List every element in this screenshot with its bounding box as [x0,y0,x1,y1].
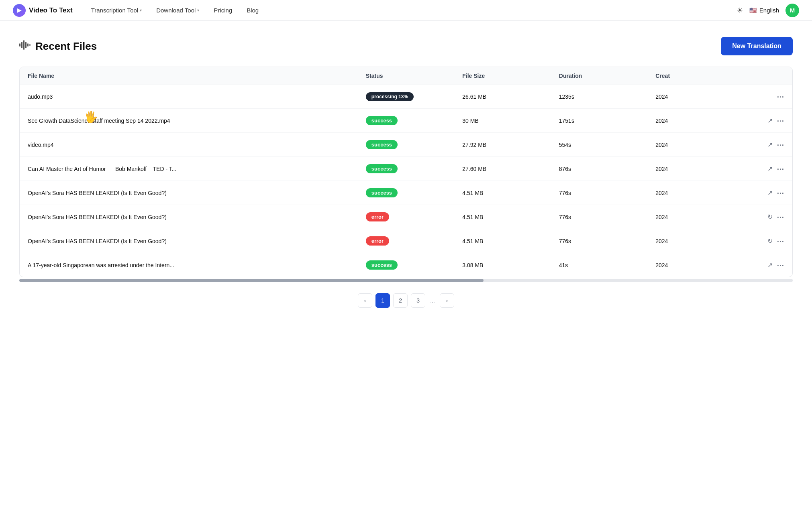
cell-created: 2024 [647,205,728,229]
user-avatar[interactable]: M [785,4,799,17]
col-header-filesize: File Size [454,67,551,85]
cell-created: 2024 [647,109,728,133]
pagination-page-1[interactable]: 1 [375,293,390,308]
cell-filename: video.mp4 [20,133,358,157]
more-options-icon[interactable]: ⋯ [777,189,784,197]
new-translation-button[interactable]: New Translation [721,37,793,55]
status-badge: success [366,116,398,125]
cell-actions: ↻⋯ [728,229,792,253]
cell-filesize: 27.92 MB [454,133,551,157]
open-icon[interactable]: ↗ [767,117,773,124]
cell-filename: OpenAI's Sora HAS BEEN LEAKED! (Is It Ev… [20,181,358,205]
status-badge: error [366,236,389,246]
more-options-icon[interactable]: ⋯ [777,92,784,101]
language-selector[interactable]: 🇺🇸 English [749,7,779,14]
status-badge: error [366,212,389,221]
open-icon[interactable]: ↗ [767,165,773,173]
cell-duration: 876s [551,157,648,181]
table-row: OpenAI's Sora HAS BEEN LEAKED! (Is It Ev… [20,181,792,205]
nav-blog[interactable]: Blog [241,0,264,21]
app-logo[interactable]: ▶ Video To Text [13,4,73,17]
cell-filesize: 3.08 MB [454,253,551,277]
flag-icon: 🇺🇸 [749,7,757,14]
table-row: video.mp4 success 27.92 MB 554s 2024 ↗⋯ [20,133,792,157]
col-header-duration: Duration [551,67,648,85]
open-icon[interactable]: ↗ [767,189,773,197]
cell-actions: ↗⋯ [728,133,792,157]
cell-filesize: 26.61 MB [454,85,551,109]
table-row: OpenAI's Sora HAS BEEN LEAKED! (Is It Ev… [20,205,792,229]
retry-icon[interactable]: ↻ [767,213,773,221]
status-badge: processing 13% [366,92,414,101]
cell-actions: ↗⋯ [728,253,792,277]
chevron-down-icon: ▾ [140,8,142,12]
cell-created: 2024 [647,133,728,157]
table-row: 🖐Sec Growth DataScience staff meeting Se… [20,109,792,133]
cell-duration: 554s [551,133,648,157]
more-options-icon[interactable]: ⋯ [777,164,784,173]
cell-created: 2024 [647,157,728,181]
svg-rect-2 [23,40,24,50]
cell-actions: ↗⋯ [728,181,792,205]
cell-created: 2024 [647,181,728,205]
open-icon[interactable]: ↗ [767,261,773,269]
svg-rect-5 [29,44,31,46]
main-content: Recent Files New Translation File Name S… [0,21,812,317]
theme-toggle[interactable]: ☀ [737,6,743,15]
status-badge: success [366,260,398,270]
cell-filesize: 27.60 MB [454,157,551,181]
cell-actions: ↗⋯ [728,109,792,133]
more-options-icon[interactable]: ⋯ [777,140,784,149]
table-row: Can AI Master the Art of Humor_ _ Bob Ma… [20,157,792,181]
cell-actions: ↗⋯ [728,157,792,181]
cell-duration: 776s [551,181,648,205]
svg-rect-4 [27,43,29,47]
horizontal-scrollbar[interactable] [19,279,793,282]
cell-duration: 1751s [551,109,648,133]
logo-icon: ▶ [13,4,26,17]
nav-pricing[interactable]: Pricing [208,0,238,21]
nav-transcription-tool[interactable]: Transcription Tool ▾ [86,0,148,21]
cell-status: error [358,205,455,229]
chevron-down-icon: ▾ [197,8,199,12]
nav-right: ☀ 🇺🇸 English M [737,4,799,17]
table-row: audo.mp3 processing 13% 26.61 MB 1235s 2… [20,85,792,109]
pagination-ellipsis: ... [428,297,437,304]
cell-status: success [358,157,455,181]
cell-filesize: 4.51 MB [454,205,551,229]
pagination-next[interactable]: › [440,293,454,308]
cell-created: 2024 [647,85,728,109]
cell-status: success [358,109,455,133]
cell-status: success [358,133,455,157]
app-name: Video To Text [29,6,73,14]
scrollbar-thumb [19,279,484,282]
files-table-container: File Name Status File Size Duration Crea… [19,67,793,277]
navbar: ▶ Video To Text Transcription Tool ▾ Dow… [0,0,812,21]
pagination-page-3[interactable]: 3 [411,293,425,308]
pagination-page-2[interactable]: 2 [393,293,408,308]
more-options-icon[interactable]: ⋯ [777,213,784,221]
more-options-icon[interactable]: ⋯ [777,237,784,246]
cell-status: processing 13% [358,85,455,109]
open-icon[interactable]: ↗ [767,141,773,148]
retry-icon[interactable]: ↻ [767,237,773,245]
cell-actions: ⋯ [728,85,792,109]
cell-filesize: 4.51 MB [454,229,551,253]
cell-created: 2024 [647,253,728,277]
col-header-status: Status [358,67,455,85]
cell-status: success [358,181,455,205]
svg-rect-3 [25,42,27,48]
svg-rect-0 [19,43,20,47]
cell-duration: 776s [551,229,648,253]
page-header: Recent Files New Translation [19,37,793,55]
status-badge: success [366,164,398,173]
more-options-icon[interactable]: ⋯ [777,116,784,125]
more-options-icon[interactable]: ⋯ [777,261,784,270]
pagination-prev[interactable]: ‹ [358,293,372,308]
cell-duration: 1235s [551,85,648,109]
status-badge: success [366,188,398,197]
files-table: File Name Status File Size Duration Crea… [20,67,792,277]
cell-filesize: 4.51 MB [454,181,551,205]
nav-download-tool[interactable]: Download Tool ▾ [151,0,205,21]
cell-created: 2024 [647,229,728,253]
